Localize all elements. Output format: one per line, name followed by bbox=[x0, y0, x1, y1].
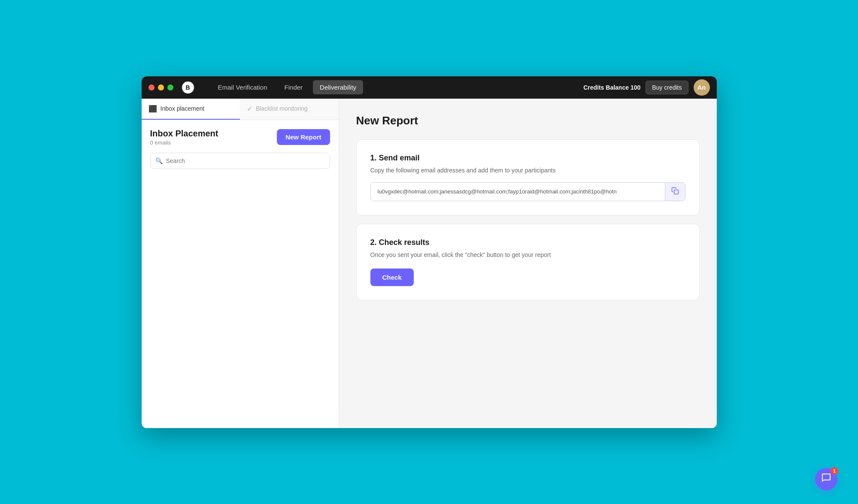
svg-rect-0 bbox=[674, 190, 678, 194]
buy-credits-button[interactable]: Buy credits bbox=[646, 81, 688, 94]
nav-items: B Email Verification Finder Deliverabili… bbox=[182, 80, 584, 94]
copy-icon bbox=[671, 187, 679, 196]
logo: B bbox=[182, 80, 194, 94]
nav-finder[interactable]: Finder bbox=[278, 80, 310, 94]
nav-right: Credits Balance 100 Buy credits An bbox=[583, 79, 709, 96]
check-button[interactable]: Check bbox=[370, 269, 414, 286]
copy-button[interactable] bbox=[665, 183, 685, 201]
step1-card: 1. Send email Copy the following email a… bbox=[356, 139, 700, 215]
maximize-button[interactable] bbox=[167, 85, 173, 91]
step1-title: 1. Send email bbox=[370, 154, 685, 163]
step2-description: Once you sent your email, click the "che… bbox=[370, 251, 685, 258]
search-icon: 🔍 bbox=[155, 157, 163, 164]
tab-blacklist-label: Blacklist monitoring bbox=[256, 105, 308, 112]
tab-inbox-placement[interactable]: ⬛ Inbox placement bbox=[142, 99, 240, 120]
step1-description: Copy the following email addresses and a… bbox=[370, 167, 685, 174]
inbox-placement-icon: ⬛ bbox=[149, 105, 157, 113]
minimize-button[interactable] bbox=[158, 85, 164, 91]
sidebar-title: Inbox Placement bbox=[150, 129, 218, 139]
email-addresses-input[interactable] bbox=[371, 183, 665, 200]
email-addresses-row bbox=[370, 182, 685, 201]
nav-email-verification[interactable]: Email Verification bbox=[211, 80, 274, 94]
credits-balance: Credits Balance 100 bbox=[583, 84, 640, 91]
titlebar: B Email Verification Finder Deliverabili… bbox=[142, 76, 717, 99]
step2-card: 2. Check results Once you sent your emai… bbox=[356, 224, 700, 300]
chat-icon bbox=[821, 473, 831, 486]
search-wrapper: 🔍 bbox=[150, 153, 330, 169]
tab-inbox-placement-label: Inbox placement bbox=[161, 105, 205, 112]
tab-blacklist-monitoring[interactable]: ✓ Blacklist monitoring bbox=[240, 99, 339, 120]
close-button[interactable] bbox=[149, 85, 155, 91]
step2-title: 2. Check results bbox=[370, 238, 685, 247]
nav-deliverability[interactable]: Deliverability bbox=[313, 80, 363, 94]
sidebar-tabs: ⬛ Inbox placement ✓ Blacklist monitoring bbox=[142, 99, 339, 120]
sidebar-content: Inbox Placement 0 emails New Report 🔍 bbox=[142, 120, 339, 428]
traffic-lights bbox=[149, 85, 173, 91]
main-content: New Report 1. Send email Copy the follow… bbox=[339, 99, 717, 428]
sidebar: ⬛ Inbox placement ✓ Blacklist monitoring… bbox=[142, 99, 339, 428]
chat-widget[interactable]: 1 bbox=[815, 468, 837, 490]
page-title: New Report bbox=[356, 114, 700, 127]
sidebar-subtitle: 0 emails bbox=[150, 139, 218, 146]
search-input[interactable] bbox=[150, 153, 330, 169]
chat-badge: 1 bbox=[831, 467, 838, 475]
app-window: B Email Verification Finder Deliverabili… bbox=[142, 76, 717, 428]
avatar[interactable]: An bbox=[694, 79, 710, 96]
logo-icon: B bbox=[182, 81, 194, 94]
main-layout: ⬛ Inbox placement ✓ Blacklist monitoring… bbox=[142, 99, 717, 428]
blacklist-icon: ✓ bbox=[247, 105, 252, 113]
sidebar-title-block: Inbox Placement 0 emails bbox=[150, 129, 218, 146]
new-report-button[interactable]: New Report bbox=[277, 129, 330, 145]
sidebar-header: Inbox Placement 0 emails New Report bbox=[150, 129, 330, 146]
